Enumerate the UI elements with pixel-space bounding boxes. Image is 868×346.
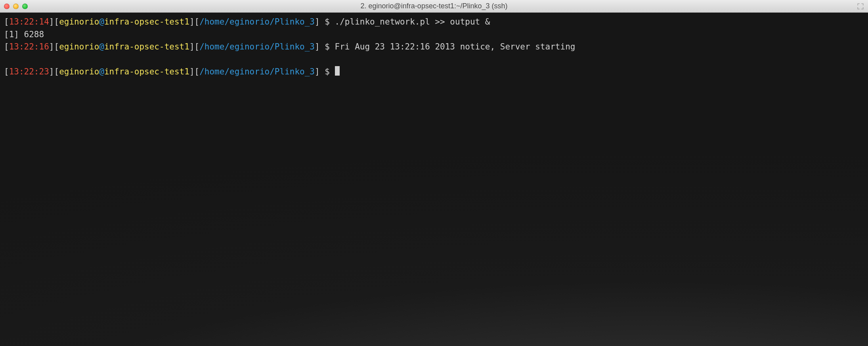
- output-text: [1] 6288: [4, 30, 44, 39]
- bracket: [: [54, 17, 59, 27]
- cursor: [335, 66, 340, 76]
- prompt-user: eginorio: [59, 42, 99, 51]
- prompt-path: /home/eginorio/Plinko_3: [199, 17, 315, 27]
- bracket: [: [195, 67, 200, 76]
- prompt-dollar: $: [320, 17, 335, 27]
- minimize-button[interactable]: [13, 4, 19, 9]
- bracket: [: [54, 67, 59, 76]
- expand-icon[interactable]: [857, 3, 864, 10]
- window-title: 2. eginorio@infra-opsec-test1:~/Plinko_3…: [361, 2, 508, 10]
- prompt-path: /home/eginorio/Plinko_3: [199, 67, 315, 76]
- prompt-dollar: $: [320, 42, 335, 51]
- bracket: [: [4, 67, 9, 76]
- terminal-line: [13:22:23][eginorio@infra-opsec-test1][/…: [4, 66, 864, 78]
- prompt-dollar: $: [320, 67, 335, 76]
- bracket: ]: [315, 42, 320, 51]
- prompt-time: 13:22:23: [9, 67, 49, 76]
- prompt-path: /home/eginorio/Plinko_3: [199, 42, 315, 51]
- prompt-command: ./plinko_network.pl >> output &: [335, 17, 490, 27]
- titlebar[interactable]: 2. eginorio@infra-opsec-test1:~/Plinko_3…: [0, 0, 868, 13]
- prompt-time: 13:22:16: [9, 42, 49, 51]
- close-button[interactable]: [4, 4, 10, 9]
- maximize-button[interactable]: [22, 4, 28, 9]
- bracket: [: [4, 17, 9, 27]
- prompt-host: infra-opsec-test1: [104, 17, 189, 27]
- bracket: ]: [189, 67, 195, 76]
- at-symbol: @: [99, 17, 104, 27]
- bracket: ]: [189, 42, 195, 51]
- at-symbol: @: [99, 67, 104, 76]
- terminal-line: [13:22:16][eginorio@infra-opsec-test1][/…: [4, 41, 864, 53]
- bracket: ]: [315, 67, 320, 76]
- bracket: [: [4, 42, 9, 51]
- prompt-host: infra-opsec-test1: [104, 67, 189, 76]
- at-symbol: @: [99, 42, 104, 51]
- traffic-lights: [4, 4, 28, 9]
- bracket: [: [195, 17, 200, 27]
- bracket: [: [195, 42, 200, 51]
- bracket: ]: [315, 17, 320, 27]
- prompt-user: eginorio: [59, 67, 99, 76]
- terminal-window: 2. eginorio@infra-opsec-test1:~/Plinko_3…: [0, 0, 868, 346]
- bracket: [: [54, 42, 59, 51]
- prompt-user: eginorio: [59, 17, 99, 27]
- bracket: ]: [49, 67, 54, 76]
- prompt-host: infra-opsec-test1: [104, 42, 189, 51]
- bracket: ]: [49, 17, 54, 27]
- bracket: ]: [189, 17, 195, 27]
- terminal-body[interactable]: [13:22:14][eginorio@infra-opsec-test1][/…: [0, 13, 868, 346]
- prompt-time: 13:22:14: [9, 17, 49, 27]
- bracket: ]: [49, 42, 54, 51]
- terminal-line: [4, 53, 864, 66]
- prompt-command: Fri Aug 23 13:22:16 2013 notice, Server …: [335, 42, 575, 51]
- terminal-line: [1] 6288: [4, 29, 864, 41]
- terminal-line: [13:22:14][eginorio@infra-opsec-test1][/…: [4, 16, 864, 29]
